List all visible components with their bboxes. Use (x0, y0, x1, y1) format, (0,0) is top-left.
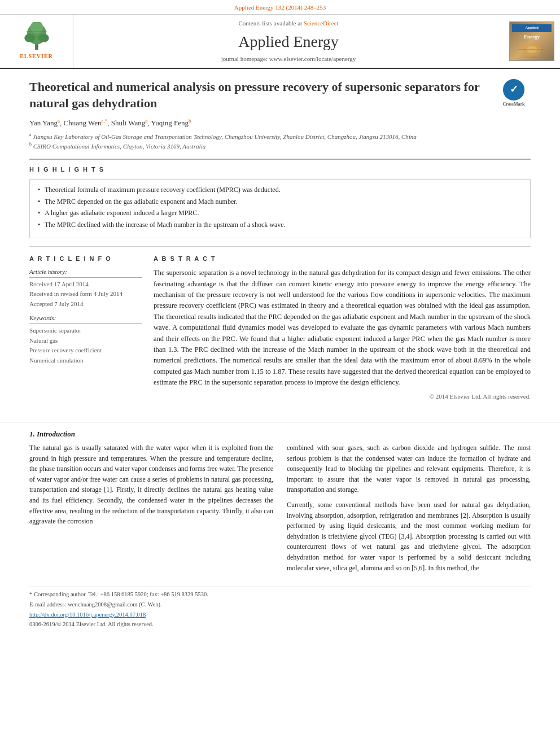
received-date: Received 17 April 2014 (29, 280, 142, 289)
sciencedirect-anchor[interactable]: ScienceDirect (304, 20, 339, 27)
history-label: Article history: (29, 268, 142, 277)
issn-text: 0306-2619/© 2014 Elsevier Ltd. All right… (29, 621, 531, 629)
elsevier-wordmark: ELSEVIER (20, 53, 53, 60)
keyword-2: Natural gas (29, 336, 142, 346)
article-info-abstract-section: A R T I C L E I N F O Article history: R… (29, 255, 531, 401)
intro-two-col: The natural gas is usually saturated wit… (29, 443, 531, 578)
badge-top-bar: Applied (512, 24, 552, 32)
crossmark-icon: ✓ (510, 83, 518, 96)
journal-header: ELSEVIER Contents lists available at Sci… (0, 15, 560, 69)
applied-energy-badge: Applied Energy (509, 21, 554, 61)
journal-title: Applied Energy (238, 30, 339, 53)
authors-line: Yan Yanga, Chuang Wena,*, Shuli Wanga, Y… (29, 117, 531, 129)
article-info-col: A R T I C L E I N F O Article history: R… (29, 255, 142, 401)
abstract-col: A B S T R A C T The supersonic separatio… (154, 255, 531, 401)
journal-reference: Applied Energy 132 (2014) 248–253 (0, 0, 560, 15)
journal-badge-container: Applied Energy (504, 15, 560, 68)
copyright-line: © 2014 Elsevier Ltd. All rights reserved… (154, 392, 531, 401)
intro-right-text-1: combined with sour gases, such as carbon… (287, 443, 531, 495)
svg-point-3 (38, 34, 49, 42)
keywords-section: Keywords: Supersonic separator Natural g… (29, 314, 142, 366)
highlights-divider (29, 246, 531, 247)
highlight-item-1: Theoretical formula of maximum pressure … (38, 185, 522, 195)
badge-graphic (515, 41, 549, 59)
accepted-date: Accepted 7 July 2014 (29, 300, 142, 308)
intro-col-right: combined with sour gases, such as carbon… (287, 443, 531, 578)
elsevier-logo-container: ELSEVIER (0, 15, 73, 68)
author-2: Chuang Wena,* (63, 119, 107, 127)
keyword-1: Supersonic separator (29, 326, 142, 336)
affiliations: a Jiangsu Key Laboratory of Oil-Gas Stor… (29, 132, 531, 151)
affiliation-a: a Jiangsu Key Laboratory of Oil-Gas Stor… (29, 132, 531, 141)
highlights-label: H I G H L I G H T S (29, 165, 531, 174)
corresponding-author: * Corresponding author. Tel.: +86 158 61… (29, 591, 531, 599)
affiliation-b: b CSIRO Computational Informatics, Clayt… (29, 141, 531, 151)
article-history: Article history: Received 17 April 2014 … (29, 268, 142, 308)
keyword-4: Numerical simulation (29, 356, 142, 366)
footnote-section: * Corresponding author. Tel.: +86 158 61… (29, 587, 531, 629)
email-address: E-mail address: wenchuang2008@gmail.com … (29, 601, 531, 609)
keywords-label: Keywords: (29, 314, 142, 324)
journal-title-area: Contents lists available at ScienceDirec… (73, 15, 504, 68)
intro-right-text-2: Currently, some conventional methods hav… (287, 500, 531, 573)
sciencedirect-link: Contents lists available at ScienceDirec… (238, 19, 338, 28)
author-1: Yan Yanga (29, 119, 60, 127)
highlights-box: Theoretical formula of maximum pressure … (29, 179, 531, 238)
crossmark-label: CrossMark (503, 102, 525, 107)
paper-title: Theoretical and numerical analysis on pr… (29, 79, 531, 111)
section-1-heading: 1. Introduction (29, 429, 531, 439)
doi-link[interactable]: http://dx.doi.org/10.1016/j.apenergy.201… (29, 611, 531, 619)
abstract-label: A B S T R A C T (154, 255, 531, 263)
svg-point-2 (24, 34, 35, 42)
keyword-3: Pressure recovery coefficient (29, 346, 142, 356)
highlight-item-2: The MPRC depended on the gas adiabatic e… (38, 197, 522, 207)
highlight-item-4: The MPRC declined with the increase of M… (38, 220, 522, 230)
elsevier-logo: ELSEVIER (17, 22, 56, 60)
header-divider (29, 159, 531, 160)
keywords-list: Supersonic separator Natural gas Pressur… (29, 326, 142, 365)
crossmark-badge[interactable]: ✓ CrossMark (497, 79, 531, 107)
elsevier-tree-icon (17, 22, 56, 51)
revised-date: Received in revised form 4 July 2014 (29, 290, 142, 298)
main-content: 1. Introduction The natural gas is usual… (0, 429, 560, 629)
paper-header-section: Theoretical and numerical analysis on pr… (0, 69, 560, 413)
intro-left-text: The natural gas is usually saturated wit… (29, 443, 273, 527)
intro-col-left: The natural gas is usually saturated wit… (29, 443, 273, 578)
abstract-text: The supersonic separation is a novel tec… (154, 268, 531, 388)
author-3: Shuli Wanga (111, 119, 147, 127)
crossmark-circle: ✓ (503, 79, 524, 101)
article-info-label: A R T I C L E I N F O (29, 255, 142, 263)
badge-content: Energy (524, 33, 540, 41)
highlight-item-3: A higher gas adiabatic exponent induced … (38, 208, 522, 218)
author-4: Yuqing Fengb (151, 119, 191, 127)
journal-homepage: journal homepage: www.elsevier.com/locat… (221, 55, 356, 63)
body-divider (0, 422, 560, 422)
